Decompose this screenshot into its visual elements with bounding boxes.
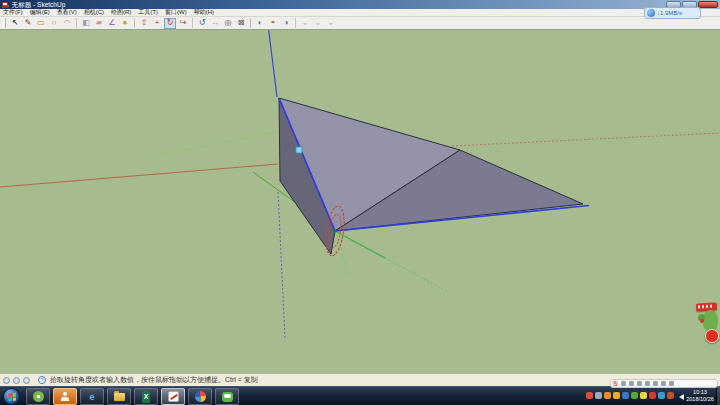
taskbar-app-wechat[interactable] <box>215 388 239 405</box>
system-tray <box>586 392 674 399</box>
clock-date: 2018/10/26 <box>685 396 715 403</box>
ime-mode-icon[interactable] <box>621 381 626 386</box>
circle-tool-button[interactable]: ○ <box>48 18 60 29</box>
mascot-character-icon[interactable] <box>703 310 718 331</box>
menu-file[interactable]: 文件(F) <box>3 8 23 17</box>
volume-icon[interactable] <box>679 394 684 400</box>
rotate-tool-button[interactable]: ↻ <box>164 18 176 29</box>
menu-help[interactable]: 帮助(H) <box>194 8 214 17</box>
sogou-logo-icon[interactable]: S <box>613 380 618 387</box>
tray-icon-8[interactable] <box>649 392 656 399</box>
sketchup-taskbar-icon <box>168 391 179 402</box>
tray-icon-4[interactable] <box>613 392 620 399</box>
add-location-button[interactable]: ◐ <box>254 18 266 29</box>
line-tool-button[interactable]: ✎ <box>22 18 34 29</box>
sign-in-icon[interactable] <box>23 377 30 384</box>
rectangle-tool-button[interactable]: ▭ <box>35 18 47 29</box>
menu-edit[interactable]: 编辑(E) <box>30 8 50 17</box>
taskbar-clock[interactable]: 10:13 2018/10/26 <box>685 389 715 403</box>
push-pull-button[interactable]: ⇧ <box>138 18 150 29</box>
green-inference-dotted <box>385 258 448 292</box>
rotation-center-point <box>334 230 337 233</box>
extension-button[interactable]: ◒ <box>325 18 337 29</box>
ie-icon: e <box>89 391 94 403</box>
tray-icon-9[interactable] <box>658 392 665 399</box>
toolbar-separator <box>250 18 251 28</box>
toolbar-separator <box>134 18 135 28</box>
tape-measure-button[interactable]: ∠ <box>106 18 118 29</box>
taskbar-app-green-flower[interactable] <box>26 388 50 405</box>
tray-icon-2[interactable] <box>595 392 602 399</box>
menu-bar: 文件(F) 编辑(E) 查看(V) 相机(C) 绘图(R) 工具(T) 窗口(W… <box>0 9 720 17</box>
start-button[interactable] <box>3 388 20 405</box>
close-button[interactable] <box>698 1 718 8</box>
mascot-badge[interactable] <box>705 329 719 343</box>
tray-icon-6[interactable] <box>631 392 638 399</box>
wechat-icon <box>222 392 233 402</box>
toolbar-grip[interactable] <box>3 18 6 28</box>
mascot-cherry-icon <box>700 319 704 323</box>
green-axis-dotted[interactable] <box>148 131 280 158</box>
windows-flag-icon <box>8 393 16 402</box>
taskbar: e X 10:13 <box>0 386 720 405</box>
paint-bucket-button[interactable]: ● <box>119 18 131 29</box>
tray-icon-5[interactable] <box>622 392 629 399</box>
clock-time: 10:13 <box>685 389 715 396</box>
help-icon[interactable]: ? <box>38 376 46 384</box>
claim-credit-icon[interactable] <box>13 377 20 384</box>
menu-draw[interactable]: 绘图(R) <box>111 8 131 17</box>
make-component-button[interactable]: ◧ <box>80 18 92 29</box>
red-axis-dotted[interactable] <box>452 133 720 146</box>
taskbar-app-internet-explorer[interactable]: e <box>80 388 104 405</box>
ime-fullhalf-icon[interactable] <box>629 381 634 386</box>
orbit-tool-button[interactable]: ↺ <box>196 18 208 29</box>
taskbar-app-sketchup[interactable] <box>161 388 185 405</box>
ime-toolbox-icon[interactable] <box>661 381 666 386</box>
toggle-terrain-button[interactable]: ◓ <box>267 18 279 29</box>
taskbar-app-media-ball[interactable] <box>188 388 212 405</box>
network-orb-icon <box>647 9 655 17</box>
network-speed-widget[interactable]: ↓1.9MB/s <box>644 7 701 19</box>
ime-punct-icon[interactable] <box>637 381 642 386</box>
geolocation-icon[interactable] <box>3 377 10 384</box>
ime-settings-icon[interactable] <box>669 381 674 386</box>
tray-icon-7[interactable] <box>640 392 647 399</box>
green-flower-icon <box>33 391 44 402</box>
toolbar-separator <box>295 18 296 28</box>
excel-icon: X <box>142 391 151 403</box>
get-models-button[interactable]: ◒ <box>299 18 311 29</box>
blue-axis-dotted[interactable] <box>278 192 285 338</box>
offset-tool-button[interactable]: ↪ <box>177 18 189 29</box>
arc-tool-button[interactable]: ◠ <box>61 18 73 29</box>
photo-textures-button[interactable]: ◑ <box>280 18 292 29</box>
tray-icon-10[interactable] <box>667 392 674 399</box>
menu-window[interactable]: 窗口(W) <box>165 8 187 17</box>
eraser-tool-button[interactable]: ▰ <box>93 18 105 29</box>
pan-tool-button[interactable]: ↔ <box>209 18 221 29</box>
red-axis-solid[interactable] <box>0 164 278 187</box>
input-method-bar[interactable]: S <box>610 379 718 388</box>
midpoint-marker <box>296 147 302 153</box>
blue-axis-solid[interactable] <box>269 30 277 97</box>
move-tool-button[interactable]: + <box>151 18 163 29</box>
share-model-button[interactable]: ◒ <box>312 18 324 29</box>
zoom-tool-button[interactable]: ◎ <box>222 18 234 29</box>
menu-tools[interactable]: 工具(T) <box>138 8 158 17</box>
menu-view[interactable]: 查看(V) <box>57 8 77 17</box>
status-message: 拾取旋转角度或者输入数值，按住鼠标拖动以方便捕捉。Ctrl = 复制 <box>50 375 258 385</box>
taskbar-app-file-explorer[interactable] <box>107 388 131 405</box>
taskbar-app-excel[interactable]: X <box>134 388 158 405</box>
zoom-extents-button[interactable]: ⊠ <box>235 18 247 29</box>
menu-camera[interactable]: 相机(C) <box>84 8 104 17</box>
model-viewport[interactable] <box>0 30 720 373</box>
title-bar[interactable]: 无标题 - SketchUp <box>0 0 720 9</box>
tray-icon-1[interactable] <box>586 392 593 399</box>
desktop-mascot-widget[interactable] <box>694 300 720 348</box>
ime-keyboard-icon[interactable] <box>653 381 658 386</box>
show-desktop-button[interactable] <box>716 387 720 405</box>
taskbar-app-orange-chat[interactable] <box>53 388 77 405</box>
select-tool-button[interactable]: ↖ <box>9 18 21 29</box>
tray-icon-3[interactable] <box>604 392 611 399</box>
network-speed-text: ↓1.9MB/s <box>657 10 682 16</box>
ime-emoji-icon[interactable] <box>645 381 650 386</box>
